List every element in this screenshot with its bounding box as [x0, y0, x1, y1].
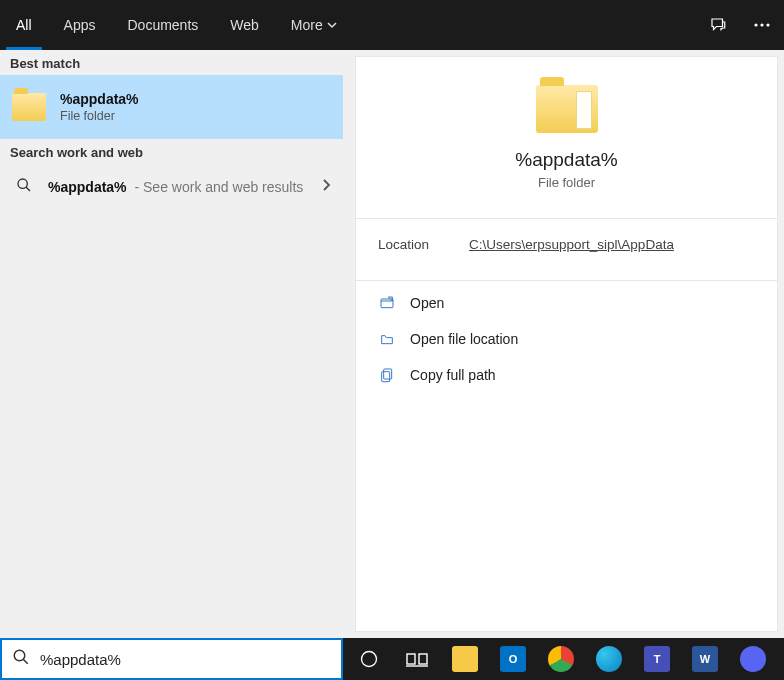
tab-web[interactable]: Web: [214, 0, 275, 50]
task-view-button[interactable]: [399, 642, 435, 676]
more-options-icon[interactable]: [740, 0, 784, 50]
location-link[interactable]: C:\Users\erpsupport_sipl\AppData: [469, 237, 674, 252]
svg-line-9: [23, 659, 28, 664]
taskbar-app-file-explorer[interactable]: [447, 642, 483, 676]
tab-all[interactable]: All: [0, 0, 48, 50]
svg-rect-7: [382, 372, 390, 382]
search-bar[interactable]: [0, 638, 343, 680]
search-icon: [16, 177, 32, 197]
svg-point-0: [754, 23, 757, 26]
svg-line-4: [26, 187, 30, 191]
open-location-icon: [378, 331, 396, 347]
copy-icon: [378, 367, 396, 383]
web-query-hint: - See work and web results: [131, 179, 304, 195]
chevron-down-icon: [327, 17, 337, 33]
svg-rect-12: [419, 654, 427, 664]
feedback-icon[interactable]: [696, 0, 740, 50]
detail-title: %appdata%: [515, 149, 617, 171]
action-open-location[interactable]: Open file location: [366, 321, 767, 357]
svg-rect-6: [384, 369, 392, 379]
search-input[interactable]: [40, 651, 331, 668]
folder-icon: [536, 85, 598, 133]
search-filter-tabs: All Apps Documents Web More: [0, 0, 784, 50]
result-title: %appdata%: [60, 91, 139, 107]
open-icon: [378, 295, 396, 311]
taskbar-app-edge[interactable]: [591, 642, 627, 676]
web-query-text: %appdata%: [48, 179, 127, 195]
cortana-button[interactable]: [351, 642, 387, 676]
svg-point-10: [362, 652, 377, 667]
detail-panel: %appdata% File folder Location C:\Users\…: [355, 56, 778, 632]
best-match-header: Best match: [0, 50, 343, 75]
action-copy-path[interactable]: Copy full path: [366, 357, 767, 393]
search-web-header: Search work and web: [0, 139, 343, 164]
action-open[interactable]: Open: [366, 285, 767, 321]
detail-subtitle: File folder: [538, 175, 595, 190]
svg-point-1: [760, 23, 763, 26]
taskbar-app-outlook[interactable]: O: [495, 642, 531, 676]
taskbar-app-chrome[interactable]: [543, 642, 579, 676]
location-label: Location: [378, 237, 429, 252]
svg-rect-11: [407, 654, 415, 664]
result-subtitle: File folder: [60, 109, 139, 123]
location-row: Location C:\Users\erpsupport_sipl\AppDat…: [356, 219, 777, 270]
taskbar-app-discord[interactable]: [735, 642, 771, 676]
taskbar-app-word[interactable]: W: [687, 642, 723, 676]
taskbar: O T W: [343, 638, 784, 680]
search-web-row[interactable]: %appdata% - See work and web results: [0, 164, 343, 210]
svg-point-3: [18, 179, 27, 188]
best-match-result[interactable]: %appdata% File folder: [0, 75, 343, 139]
tab-documents[interactable]: Documents: [111, 0, 214, 50]
tab-more[interactable]: More: [275, 0, 353, 50]
chevron-right-icon: [321, 178, 331, 196]
svg-point-2: [766, 23, 769, 26]
taskbar-app-teams[interactable]: T: [639, 642, 675, 676]
results-column: Best match %appdata% File folder Search …: [0, 50, 343, 638]
svg-point-8: [14, 650, 25, 661]
folder-icon: [12, 93, 46, 121]
tab-apps[interactable]: Apps: [48, 0, 112, 50]
search-icon: [12, 648, 30, 670]
